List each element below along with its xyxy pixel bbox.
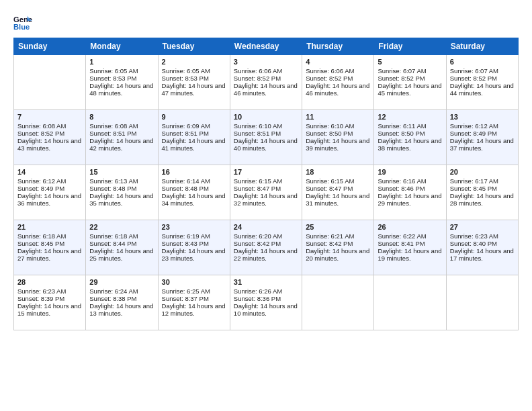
sunset-text: Sunset: 8:46 PM [378, 185, 425, 192]
calendar-cell: 1 Sunrise: 6:05 AM Sunset: 8:53 PM Dayli… [86, 55, 158, 110]
calendar-cell: 22 Sunrise: 6:18 AM Sunset: 8:44 PM Dayl… [86, 220, 158, 275]
sunrise-text: Sunrise: 6:15 AM [306, 177, 354, 185]
weekday-header: Friday [374, 38, 446, 55]
calendar-cell: 19 Sunrise: 6:16 AM Sunset: 8:46 PM Dayl… [374, 165, 446, 220]
daylight-text: Daylight: 14 hours and 23 minutes. [162, 247, 226, 262]
day-number: 21 [17, 223, 82, 231]
sunset-text: Sunset: 8:48 PM [162, 185, 209, 192]
sunset-text: Sunset: 8:50 PM [306, 130, 353, 137]
daylight-text: Daylight: 14 hours and 43 minutes. [17, 137, 81, 152]
sunset-text: Sunset: 8:36 PM [234, 295, 281, 302]
sunrise-text: Sunrise: 6:05 AM [162, 67, 210, 75]
day-number: 15 [89, 168, 154, 176]
sunrise-text: Sunrise: 6:10 AM [234, 122, 282, 130]
sunset-text: Sunset: 8:53 PM [89, 75, 136, 82]
day-number: 25 [306, 223, 370, 231]
daylight-text: Daylight: 14 hours and 29 minutes. [378, 192, 441, 207]
day-number: 31 [234, 278, 298, 286]
calendar-cell: 28 Sunrise: 6:23 AM Sunset: 8:39 PM Dayl… [14, 275, 86, 330]
sunrise-text: Sunrise: 6:23 AM [17, 287, 66, 295]
sunrise-text: Sunrise: 6:24 AM [89, 287, 138, 295]
calendar-cell: 24 Sunrise: 6:20 AM Sunset: 8:42 PM Dayl… [230, 220, 302, 275]
sunrise-text: Sunrise: 6:19 AM [162, 232, 210, 240]
daylight-text: Daylight: 14 hours and 42 minutes. [89, 137, 153, 152]
header: General Blue [13, 12, 519, 31]
sunset-text: Sunset: 8:51 PM [162, 130, 209, 137]
weekday-header: Thursday [302, 38, 374, 55]
day-number: 10 [234, 113, 298, 121]
logo-icon: General Blue [13, 12, 32, 31]
sunset-text: Sunset: 8:43 PM [162, 240, 209, 247]
logo: General Blue [13, 12, 35, 31]
day-number: 30 [162, 278, 226, 286]
day-number: 28 [17, 278, 82, 286]
day-number: 19 [378, 168, 442, 176]
calendar-cell: 4 Sunrise: 6:06 AM Sunset: 8:52 PM Dayli… [302, 55, 374, 110]
day-number: 3 [234, 58, 298, 66]
daylight-text: Daylight: 14 hours and 22 minutes. [234, 247, 298, 262]
sunrise-text: Sunrise: 6:21 AM [306, 232, 354, 240]
sunrise-text: Sunrise: 6:11 AM [378, 122, 426, 130]
daylight-text: Daylight: 14 hours and 12 minutes. [162, 302, 226, 317]
calendar-cell: 12 Sunrise: 6:11 AM Sunset: 8:50 PM Dayl… [374, 110, 446, 165]
sunset-text: Sunset: 8:50 PM [378, 130, 425, 137]
calendar-cell: 29 Sunrise: 6:24 AM Sunset: 8:38 PM Dayl… [86, 275, 158, 330]
daylight-text: Daylight: 14 hours and 36 minutes. [17, 192, 81, 207]
sunrise-text: Sunrise: 6:13 AM [89, 177, 138, 185]
day-number: 5 [378, 58, 442, 66]
sunrise-text: Sunrise: 6:12 AM [17, 177, 66, 185]
daylight-text: Daylight: 14 hours and 45 minutes. [378, 82, 441, 97]
weekday-header: Sunday [14, 38, 86, 55]
day-number: 18 [306, 168, 370, 176]
sunrise-text: Sunrise: 6:12 AM [450, 122, 498, 130]
daylight-text: Daylight: 14 hours and 41 minutes. [162, 137, 226, 152]
day-number: 24 [234, 223, 298, 231]
calendar-cell [374, 275, 446, 330]
calendar-cell: 16 Sunrise: 6:14 AM Sunset: 8:48 PM Dayl… [158, 165, 230, 220]
daylight-text: Daylight: 14 hours and 35 minutes. [89, 192, 153, 207]
sunset-text: Sunset: 8:52 PM [450, 75, 497, 82]
calendar-cell: 17 Sunrise: 6:15 AM Sunset: 8:47 PM Dayl… [230, 165, 302, 220]
weekday-header: Tuesday [158, 38, 230, 55]
day-number: 17 [234, 168, 298, 176]
sunrise-text: Sunrise: 6:14 AM [162, 177, 210, 185]
daylight-text: Daylight: 14 hours and 20 minutes. [306, 247, 369, 262]
calendar-cell [302, 275, 374, 330]
sunrise-text: Sunrise: 6:18 AM [17, 232, 66, 240]
calendar-cell: 3 Sunrise: 6:06 AM Sunset: 8:52 PM Dayli… [230, 55, 302, 110]
day-number: 26 [378, 223, 442, 231]
daylight-text: Daylight: 14 hours and 46 minutes. [234, 82, 298, 97]
calendar-week-row: 14 Sunrise: 6:12 AM Sunset: 8:49 PM Dayl… [14, 165, 519, 220]
calendar-cell: 14 Sunrise: 6:12 AM Sunset: 8:49 PM Dayl… [14, 165, 86, 220]
calendar-cell: 9 Sunrise: 6:09 AM Sunset: 8:51 PM Dayli… [158, 110, 230, 165]
sunset-text: Sunset: 8:49 PM [17, 185, 64, 192]
calendar-cell: 30 Sunrise: 6:25 AM Sunset: 8:37 PM Dayl… [158, 275, 230, 330]
calendar-cell [446, 275, 518, 330]
day-number: 1 [89, 58, 154, 66]
day-number: 11 [306, 113, 370, 121]
weekday-header: Monday [86, 38, 158, 55]
calendar-cell: 26 Sunrise: 6:22 AM Sunset: 8:41 PM Dayl… [374, 220, 446, 275]
sunrise-text: Sunrise: 6:26 AM [234, 287, 282, 295]
day-number: 22 [89, 223, 154, 231]
calendar-week-row: 28 Sunrise: 6:23 AM Sunset: 8:39 PM Dayl… [14, 275, 519, 330]
daylight-text: Daylight: 14 hours and 27 minutes. [17, 247, 81, 262]
day-number: 14 [17, 168, 82, 176]
calendar-cell: 10 Sunrise: 6:10 AM Sunset: 8:51 PM Dayl… [230, 110, 302, 165]
daylight-text: Daylight: 14 hours and 38 minutes. [378, 137, 441, 152]
daylight-text: Daylight: 14 hours and 39 minutes. [306, 137, 369, 152]
daylight-text: Daylight: 14 hours and 37 minutes. [450, 137, 514, 152]
sunrise-text: Sunrise: 6:05 AM [89, 67, 138, 75]
svg-text:Blue: Blue [13, 23, 30, 31]
sunrise-text: Sunrise: 6:17 AM [450, 177, 498, 185]
calendar-week-row: 1 Sunrise: 6:05 AM Sunset: 8:53 PM Dayli… [14, 55, 519, 110]
sunrise-text: Sunrise: 6:10 AM [306, 122, 354, 130]
header-row: SundayMondayTuesdayWednesdayThursdayFrid… [14, 38, 519, 55]
day-number: 6 [450, 58, 515, 66]
day-number: 20 [450, 168, 515, 176]
calendar-cell: 21 Sunrise: 6:18 AM Sunset: 8:45 PM Dayl… [14, 220, 86, 275]
calendar-cell: 15 Sunrise: 6:13 AM Sunset: 8:48 PM Dayl… [86, 165, 158, 220]
sunrise-text: Sunrise: 6:08 AM [89, 122, 138, 130]
daylight-text: Daylight: 14 hours and 31 minutes. [306, 192, 369, 207]
sunset-text: Sunset: 8:45 PM [17, 240, 64, 247]
